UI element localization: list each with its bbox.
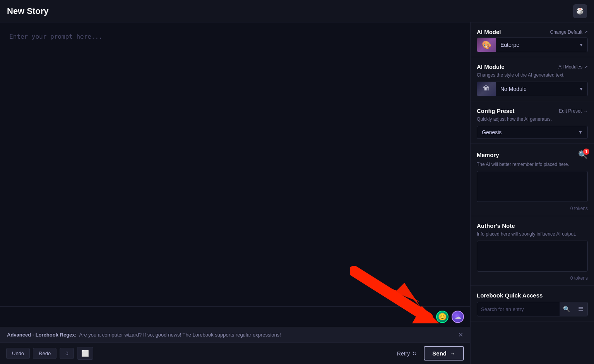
euterpe-thumbnail: 🎨: [477, 38, 496, 52]
send-arrow-icon: →: [450, 350, 455, 357]
lorebook-search-bar: 🔍 ☰: [477, 302, 588, 316]
memory-tokens: 0 tokens: [477, 206, 588, 211]
page-title: New Story: [7, 6, 49, 16]
notification-bar: Advanced - Lorebook Regex: Are you a com…: [0, 327, 470, 342]
memory-badge: 1: [583, 149, 589, 155]
retry-button[interactable]: Retry ↻: [393, 348, 421, 359]
notification-close-button[interactable]: ✕: [458, 331, 463, 338]
purple-icon-button[interactable]: ☁: [452, 311, 464, 323]
bottom-toolbar: Undo Redo 0 ⬜ Retry ↻ Send →: [0, 342, 470, 364]
all-modules-label: All Modules: [558, 64, 582, 70]
send-label: Send: [432, 350, 447, 357]
external-link-icon: ↗: [584, 29, 588, 35]
ai-module-desc: Changes the style of the AI generated te…: [477, 72, 588, 78]
dice-button[interactable]: 🎲: [573, 4, 587, 18]
lorebook-list-icon: ☰: [578, 306, 583, 313]
no-module-thumbnail: 🏛: [477, 82, 496, 96]
memory-search-wrapper: 🔍 1: [578, 150, 588, 159]
retry-icon: ↻: [412, 350, 417, 357]
doc-icon: ⬜: [81, 350, 89, 357]
config-selected-label: Genesis: [482, 129, 578, 135]
config-preset-section: Config Preset Edit Preset → Quickly adju…: [471, 101, 594, 144]
header: New Story 🎲: [0, 0, 594, 22]
config-preset-header: Config Preset Edit Preset →: [477, 108, 588, 114]
edit-preset-arrow-icon: →: [583, 108, 588, 114]
ai-module-section: AI Module All Modules ↗ Changes the styl…: [471, 57, 594, 101]
ai-module-select[interactable]: 🏛 No Module ▼: [477, 82, 588, 96]
doc-icon-button[interactable]: ⬜: [77, 347, 93, 360]
editor-bottom-icons: 😊 ☁: [0, 306, 470, 327]
editor-panel: 😊 ☁ Advanced - Lorebook Regex: Are you a…: [0, 22, 470, 364]
edit-preset-label: Edit Preset: [559, 108, 582, 114]
memory-desc: The AI will better remember info placed …: [477, 162, 588, 167]
notification-prefix: Advanced - Lorebook Regex:: [7, 332, 77, 338]
lorebook-title: Lorebook Quick Access: [477, 292, 543, 299]
ai-model-title: AI Model: [477, 29, 501, 35]
notification-text: Advanced - Lorebook Regex: Are you a com…: [7, 332, 281, 338]
story-editor[interactable]: [0, 22, 470, 306]
cloud-icon: ☁: [454, 313, 461, 321]
memory-textarea[interactable]: [477, 171, 588, 202]
authors-note-tokens: 0 tokens: [477, 275, 588, 281]
redo-label: Redo: [39, 350, 51, 356]
memory-header: Memory 🔍 1: [477, 150, 588, 159]
lorebook-search-input[interactable]: [477, 303, 560, 315]
notification-body: Are you a computer wizard? If so, good n…: [79, 332, 281, 338]
ai-model-select[interactable]: 🎨 Euterpe ▼: [477, 38, 588, 52]
lorebook-header: Lorebook Quick Access: [477, 292, 588, 299]
lorebook-add-button[interactable]: ☰: [573, 302, 587, 316]
dice-icon: 🎲: [576, 7, 584, 15]
all-modules-link-icon: ↗: [584, 64, 588, 70]
right-sidebar: AI Model Change Default ↗ 🎨 Euterpe ▼ AI…: [470, 22, 594, 364]
ai-model-header: AI Model Change Default ↗: [477, 29, 588, 35]
lorebook-section: Lorebook Quick Access 🔍 ☰: [471, 286, 594, 321]
send-icons-row: 😊 ☁: [436, 311, 464, 323]
retry-label: Retry: [397, 350, 410, 357]
history-count: 0: [60, 348, 74, 359]
smiley-icon: 😊: [438, 313, 447, 321]
change-default-button[interactable]: Change Default ↗: [550, 29, 588, 35]
change-default-label: Change Default: [550, 29, 582, 35]
all-modules-button[interactable]: All Modules ↗: [558, 64, 588, 70]
authors-note-section: Author's Note Info placed here will stro…: [471, 216, 594, 286]
config-preset-desc: Quickly adjust how the AI generates.: [477, 116, 588, 122]
main-layout: 😊 ☁ Advanced - Lorebook Regex: Are you a…: [0, 22, 594, 364]
module-thumbnail: 🏛: [477, 82, 496, 96]
lorebook-search-icon: 🔍: [563, 306, 570, 313]
memory-title: Memory: [477, 152, 499, 158]
send-button[interactable]: Send →: [424, 346, 464, 361]
edit-preset-button[interactable]: Edit Preset →: [559, 108, 588, 114]
model-selected-label: Euterpe: [496, 42, 575, 48]
memory-section: Memory 🔍 1 The AI will better remember i…: [471, 144, 594, 216]
authors-note-header: Author's Note: [477, 222, 588, 229]
model-dropdown-arrow: ▼: [575, 42, 587, 48]
model-thumbnail: 🎨: [477, 38, 496, 52]
smiley-icon-button[interactable]: 😊: [436, 311, 448, 323]
lorebook-search-button[interactable]: 🔍: [560, 302, 573, 316]
ai-module-title: AI Module: [477, 63, 505, 70]
ai-model-section: AI Model Change Default ↗ 🎨 Euterpe ▼: [471, 22, 594, 57]
undo-button[interactable]: Undo: [6, 348, 30, 359]
ai-module-header: AI Module All Modules ↗: [477, 63, 588, 70]
authors-note-textarea[interactable]: [477, 241, 588, 272]
config-dropdown-arrow: ▼: [578, 130, 583, 135]
config-preset-title: Config Preset: [477, 108, 515, 114]
module-selected-label: No Module: [496, 86, 575, 92]
module-dropdown-arrow: ▼: [575, 86, 587, 92]
redo-button[interactable]: Redo: [33, 348, 56, 359]
authors-note-title: Author's Note: [477, 222, 515, 229]
authors-note-desc: Info placed here will strongly influence…: [477, 231, 588, 237]
config-preset-select[interactable]: Genesis ▼: [477, 126, 588, 139]
undo-label: Undo: [12, 350, 24, 356]
